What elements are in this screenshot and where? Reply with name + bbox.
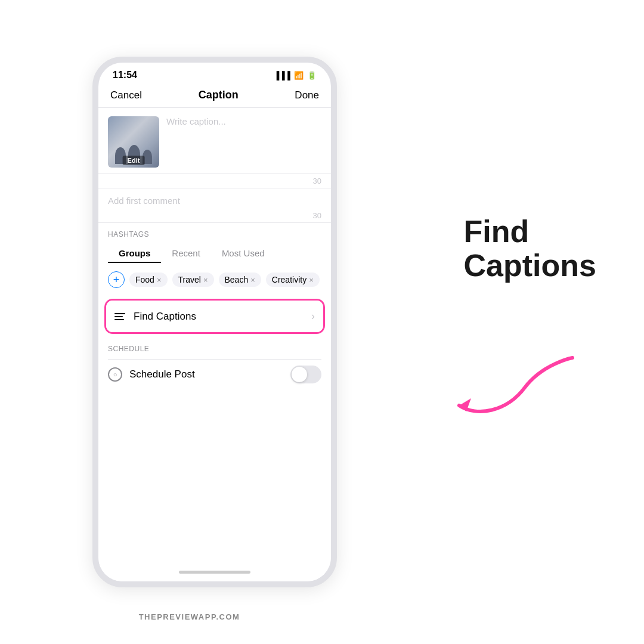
find-captions-label: Find Captions — [134, 311, 311, 323]
chevron-right-icon: › — [311, 310, 315, 323]
caption-placeholder: Write caption... — [166, 116, 226, 126]
chip-food[interactable]: Food × — [129, 273, 168, 287]
arrow-graphic — [453, 352, 584, 423]
nav-title: Caption — [199, 89, 239, 101]
find-captions-heading: Find Captions — [464, 215, 596, 283]
add-chip-button[interactable]: + — [108, 271, 125, 288]
schedule-toggle[interactable] — [290, 366, 321, 383]
caption-input[interactable]: Write caption... — [166, 116, 321, 168]
nav-bar: Cancel Caption Done — [98, 84, 331, 108]
status-icons: ▐▐▐ 📶 🔋 — [274, 71, 317, 80]
lines-icon — [114, 313, 125, 320]
done-button[interactable]: Done — [295, 89, 319, 101]
hashtags-section: HASHTAGS Groups Recent Most Used — [98, 222, 331, 295]
line-2 — [114, 316, 123, 317]
battery-icon: 🔋 — [307, 71, 317, 80]
chip-travel[interactable]: Travel × — [172, 273, 214, 287]
footer-label: THEPREVIEWAPP.COM — [92, 612, 286, 621]
remove-beach-icon[interactable]: × — [250, 275, 255, 284]
find-captions-wrapper: Find Captions › — [104, 299, 325, 334]
toggle-knob — [292, 367, 307, 382]
schedule-section: SCHEDULE ○ Schedule Post — [98, 338, 331, 389]
phone-inner: 11:54 ▐▐▐ 📶 🔋 Cancel Caption Done — [98, 63, 331, 581]
clock-icon: ○ — [108, 367, 122, 382]
right-side-content: Find Captions — [464, 215, 596, 301]
status-time: 11:54 — [113, 70, 137, 80]
line-3 — [114, 319, 124, 320]
tab-most-used[interactable]: Most Used — [211, 244, 275, 263]
tab-recent[interactable]: Recent — [161, 244, 211, 263]
comment-char-count: 30 — [98, 209, 331, 222]
caption-area: Edit Write caption... — [98, 108, 331, 174]
scroll-content: Edit Write caption... 30 Add first comme… — [98, 108, 331, 581]
comment-section[interactable]: Add first comment — [98, 188, 331, 209]
line-1 — [114, 313, 125, 314]
status-bar: 11:54 ▐▐▐ 📶 🔋 — [98, 63, 331, 84]
canvas: 11:54 ▐▐▐ 📶 🔋 Cancel Caption Done — [0, 0, 644, 644]
photo-thumbnail[interactable]: Edit — [108, 116, 159, 168]
schedule-section-label: SCHEDULE — [108, 345, 321, 353]
hashtag-tabs: Groups Recent Most Used — [108, 244, 321, 263]
find-captions-row[interactable]: Find Captions › — [106, 301, 323, 332]
remove-food-icon[interactable]: × — [157, 275, 162, 284]
wifi-icon: 📶 — [294, 71, 304, 80]
hashtags-section-label: HASHTAGS — [108, 230, 321, 239]
plus-icon: + — [113, 274, 120, 285]
signal-icon: ▐▐▐ — [274, 71, 290, 80]
home-bar — [179, 571, 250, 574]
cancel-button[interactable]: Cancel — [110, 89, 142, 101]
remove-creativity-icon[interactable]: × — [309, 275, 314, 284]
chip-beach[interactable]: Beach × — [219, 273, 261, 287]
remove-travel-icon[interactable]: × — [203, 275, 208, 284]
home-indicator — [98, 562, 331, 581]
phone-mockup: 11:54 ▐▐▐ 📶 🔋 Cancel Caption Done — [92, 57, 337, 587]
hashtag-chips: + Food × Travel × Beach × — [108, 271, 321, 295]
caption-char-count: 30 — [98, 174, 331, 188]
arrow-container — [453, 352, 584, 426]
schedule-row: ○ Schedule Post — [108, 359, 321, 389]
spacer — [98, 389, 331, 562]
edit-label[interactable]: Edit — [123, 156, 145, 165]
tab-groups[interactable]: Groups — [108, 244, 161, 263]
schedule-post-label: Schedule Post — [129, 369, 290, 380]
comment-placeholder: Add first comment — [108, 196, 180, 206]
chip-creativity[interactable]: Creativity × — [266, 273, 320, 287]
